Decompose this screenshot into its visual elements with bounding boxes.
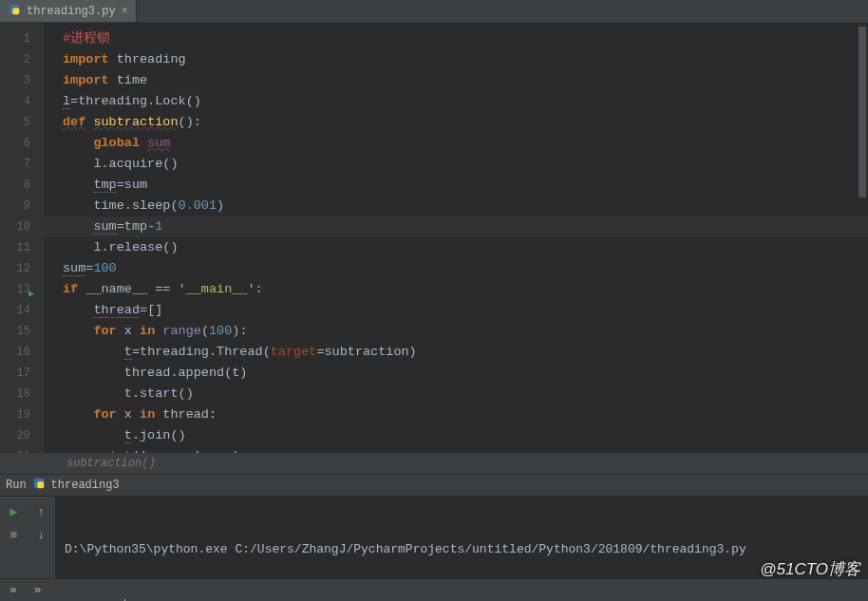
line-number: 4 [0, 91, 44, 112]
code-line[interactable]: import threading [63, 49, 868, 70]
expand-icon-2[interactable]: » [34, 583, 42, 597]
line-number: 20 [0, 425, 44, 446]
line-number: 17 [0, 363, 44, 384]
code-line[interactable]: t.join() [63, 425, 868, 446]
code-area[interactable]: #进程锁import threadingimport timel=threadi… [44, 23, 868, 474]
python-file-icon [32, 477, 46, 494]
code-line[interactable]: global sum [63, 133, 868, 154]
stop-button[interactable]: ■ [5, 525, 24, 544]
editor-tabbar: threading3.py × [0, 0, 868, 23]
code-line[interactable]: t=threading.Thread(target=subtraction) [63, 342, 868, 363]
code-line[interactable]: if __name__ == '__main__': [63, 279, 868, 300]
line-number: 14 [0, 300, 44, 321]
python-file-icon [8, 3, 21, 20]
line-number: 7 [0, 154, 44, 175]
run-label: Run [6, 479, 27, 492]
line-number: 19 [0, 404, 44, 425]
code-line[interactable]: time.sleep(0.001) [63, 196, 868, 216]
tab-filename: threading3.py [27, 5, 116, 18]
code-line[interactable]: l.acquire() [63, 154, 868, 175]
console-command-line: D:\Python35\python.exe C:/Users/ZhangJ/P… [65, 540, 859, 559]
tab-threading3[interactable]: threading3.py × [0, 0, 137, 22]
console-toolbar: ▶ ↑ ■ ↓ [0, 497, 55, 578]
breadcrumb: subtraction() [0, 453, 868, 474]
code-line[interactable]: t.start() [63, 384, 868, 404]
run-toolwindow-header: Run threading3 [0, 474, 868, 497]
code-line[interactable]: #进程锁 [63, 28, 868, 49]
run-gutter-icon[interactable]: ▶ [28, 284, 34, 305]
svg-rect-1 [12, 8, 19, 14]
line-number: 10 [0, 216, 44, 237]
line-number-gutter: 123456789101112▶131415161718192021 [0, 23, 44, 474]
code-line[interactable]: thread.append(t) [63, 363, 868, 384]
code-line[interactable]: l.release() [63, 237, 868, 258]
code-line[interactable]: sum=tmp-1 [44, 216, 868, 237]
scroll-down-button[interactable]: ↓ [32, 525, 51, 544]
code-line[interactable]: for x in range(100): [63, 321, 868, 342]
line-number: 8 [0, 175, 44, 196]
run-console: ▶ ↑ ■ ↓ D:\Python35\python.exe C:/Users/… [0, 497, 868, 578]
line-number: 5 [0, 112, 44, 133]
code-line[interactable]: import time [63, 70, 868, 91]
code-line[interactable]: sum=100 [63, 258, 868, 279]
console-output[interactable]: D:\Python35\python.exe C:/Users/ZhangJ/P… [55, 497, 868, 578]
line-number: 2 [0, 49, 44, 70]
editor-scrollbar[interactable] [859, 27, 866, 197]
scroll-up-button[interactable]: ↑ [32, 502, 51, 521]
line-number: 12 [0, 258, 44, 279]
line-number: 13 [0, 279, 44, 300]
line-number: 6 [0, 133, 44, 154]
expand-icon[interactable]: » [9, 583, 17, 597]
console-output-line: sum = 0 [65, 597, 859, 601]
code-line[interactable]: for x in thread: [63, 404, 868, 425]
code-line[interactable]: tmp=sum [63, 175, 868, 196]
line-number: 3 [0, 70, 44, 91]
code-line[interactable]: def subtraction(): [63, 112, 868, 133]
rerun-button[interactable]: ▶ [5, 502, 24, 521]
close-icon[interactable]: × [122, 5, 128, 18]
code-line[interactable]: l=threading.Lock() [63, 91, 868, 112]
code-line[interactable]: thread=[] [63, 300, 868, 321]
line-number: 16 [0, 342, 44, 363]
line-number: 11 [0, 237, 44, 258]
line-number: 9 [0, 196, 44, 216]
svg-rect-3 [37, 481, 44, 488]
line-number: 15 [0, 321, 44, 342]
line-number: 18 [0, 384, 44, 404]
watermark: @51CTO博客 [760, 558, 860, 580]
line-number: 1 [0, 28, 44, 49]
run-config-name: threading3 [51, 479, 120, 492]
code-editor[interactable]: 123456789101112▶131415161718192021 #进程锁i… [0, 23, 868, 474]
